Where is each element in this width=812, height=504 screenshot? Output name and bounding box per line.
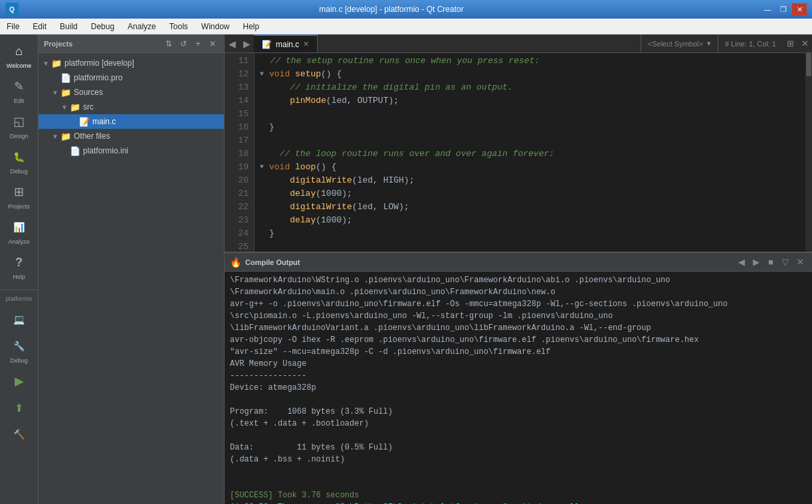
output-line: [230, 394, 807, 406]
output-line: \FrameworkArduino\main.o .pioenvs\arduin…: [230, 286, 807, 298]
edit-icon: ✎: [10, 77, 29, 96]
line-info-text: # Line: 1, Col: 1: [725, 40, 776, 48]
restore-button[interactable]: ❐: [776, 3, 791, 15]
output-line: Data: 11 bytes (0.5% Full): [230, 442, 807, 454]
platformio-clean[interactable]: 🔨: [1, 421, 37, 448]
close-button[interactable]: ✕: [792, 3, 807, 15]
sources-folder-icon: 📁: [60, 86, 72, 98]
code-line-23: delay(1000);: [260, 214, 807, 227]
sidebar-item-design[interactable]: ◱ Design: [1, 108, 37, 143]
symbol-selector[interactable]: <Select Symbol> ▾: [641, 35, 718, 52]
sidebar-edit-label: Edit: [14, 98, 25, 104]
output-line: (.data + .bss + .noinit): [230, 454, 807, 465]
sidebar-item-welcome[interactable]: ⌂ Welcome: [1, 38, 37, 73]
tree-item-platformio-ini[interactable]: 📄 platformio.ini: [39, 143, 224, 158]
sidebar-item-edit[interactable]: ✎ Edit: [1, 73, 37, 108]
editor-tab-main-c[interactable]: 📝 main.c ✕: [254, 35, 318, 52]
tree-item-src[interactable]: ▼ 📁 src: [39, 100, 224, 114]
tab-nav-right[interactable]: ▶: [239, 35, 254, 52]
platformio-run[interactable]: ▶: [1, 368, 37, 394]
output-line: \libFrameworkArduinoVariant.a .pioenvs\a…: [230, 322, 807, 334]
output-line: [230, 465, 807, 477]
menu-help[interactable]: Help: [237, 19, 266, 34]
sources-label: Sources: [74, 88, 103, 97]
tree-item-platformio-pro[interactable]: 📄 platformio.pro: [39, 70, 224, 85]
minimize-button[interactable]: —: [760, 3, 775, 15]
tree-item-project[interactable]: ▼ 📁 platformio [develop]: [39, 56, 224, 70]
output-line: avr-objcopy -O ihex -R .eeprom .pioenvs\…: [230, 334, 807, 346]
platformio-debug[interactable]: 🔧 Debug: [1, 333, 37, 368]
fold-arrow: ▼: [41, 60, 51, 67]
tree-item-sources[interactable]: ▼ 📁 Sources: [39, 85, 224, 100]
main-c-label: main.c: [92, 117, 116, 126]
panel-refresh-button[interactable]: ↺: [177, 38, 189, 50]
sidebar-item-analyze[interactable]: 📊 Analyze: [1, 214, 37, 249]
sidebar-item-projects[interactable]: ⊞ Projects: [1, 179, 37, 214]
analyze-icon: 📊: [10, 218, 29, 236]
platformio-monitor[interactable]: 💻: [1, 306, 37, 333]
output-stop-button[interactable]: ■: [764, 256, 777, 269]
window-title: main.c [develop] - platformio - Qt Creat…: [23, 5, 760, 14]
close-editor-button[interactable]: ✕: [797, 35, 812, 53]
projects-icon: ⊞: [10, 183, 29, 201]
output-line: ----------------: [230, 370, 807, 382]
panel-add-button[interactable]: +: [192, 38, 204, 50]
platformio-upload[interactable]: ⬆: [1, 394, 37, 421]
pio-debug-label: Debug: [10, 357, 28, 364]
src-arrow: ▼: [60, 104, 69, 111]
menu-build[interactable]: Build: [53, 19, 84, 34]
sidebar-item-debug[interactable]: 🐛 Debug: [1, 143, 37, 179]
panel-actions: ⇅ ↺ + ✕: [163, 38, 219, 50]
code-line-20: digitalWrite(led, HIGH);: [260, 174, 807, 187]
design-icon: ◱: [10, 112, 29, 131]
output-line: \src\piomain.o -L.pioenvs\arduino_uno -W…: [230, 310, 807, 322]
sidebar-item-help[interactable]: ? Help: [1, 249, 37, 284]
menu-edit[interactable]: Edit: [26, 19, 53, 34]
tab-nav-left[interactable]: ◀: [225, 35, 239, 52]
editor-area: ◀ ▶ 📝 main.c ✕ <Select Symbol> ▾ # Line:…: [225, 35, 812, 504]
fold-19[interactable]: ▼: [260, 161, 269, 174]
pro-file-label: platformio.pro: [74, 73, 122, 82]
menu-window[interactable]: Window: [195, 19, 237, 34]
output-next-button[interactable]: ▶: [750, 256, 763, 269]
menu-file[interactable]: File: [0, 19, 26, 34]
output-close-button[interactable]: ▽: [779, 256, 792, 269]
scrollbar-thumb[interactable]: [806, 53, 811, 76]
code-line-21: delay(1000);: [260, 187, 807, 201]
sidebar-projects-label: Projects: [8, 203, 30, 210]
output-line: "avr-size" --mcu=atmega328p -C -d .pioen…: [230, 346, 807, 358]
output-line: AVR Memory Usage: [230, 358, 807, 370]
other-files-folder-icon: 📁: [60, 130, 72, 142]
fold-12[interactable]: ▼: [260, 68, 269, 81]
code-line-15: [260, 108, 807, 121]
tree-item-other-files[interactable]: ▼ 📁 Other files: [39, 129, 224, 143]
src-label: src: [83, 102, 94, 112]
menu-debug[interactable]: Debug: [84, 19, 121, 34]
panel-sort-button[interactable]: ⇅: [163, 38, 175, 50]
menu-analyze[interactable]: Analyze: [121, 19, 163, 34]
menubar: File Edit Build Debug Analyze Tools Wind…: [0, 19, 812, 35]
projects-panel: Projects ⇅ ↺ + ✕ ▼ 📁 platformio [develop…: [39, 35, 225, 504]
output-line: Device: atmega328p: [230, 382, 807, 394]
output-content[interactable]: \FrameworkArduino\WString.o .pioenvs\ard…: [225, 272, 812, 504]
panel-close-button[interactable]: ✕: [207, 38, 219, 50]
pro-file-icon: 📄: [60, 72, 72, 84]
welcome-icon: ⌂: [10, 42, 29, 60]
tree-item-main-c[interactable]: 📝 main.c: [39, 114, 224, 129]
sidebar-analyze-label: Analyze: [8, 238, 29, 245]
code-content[interactable]: // the setup routine runs once when you …: [254, 53, 812, 252]
tab-close-button[interactable]: ✕: [303, 40, 309, 48]
editor-scrollbar[interactable]: [805, 53, 812, 252]
output-panel: 🔥 Compile Output ◀ ▶ ■ ▽ ✕ \FrameworkArd…: [225, 252, 812, 504]
output-maximize-button[interactable]: ✕: [793, 256, 807, 269]
pio-debug-icon: 🔧: [10, 337, 29, 355]
file-tree: ▼ 📁 platformio [develop] 📄 platformio.pr…: [39, 53, 224, 504]
sidebar-welcome-label: Welcome: [7, 62, 31, 69]
titlebar: Q main.c [develop] - platformio - Qt Cre…: [0, 0, 812, 19]
output-title: Compile Output: [245, 258, 300, 266]
split-horizontal-button[interactable]: ⊞: [783, 35, 797, 53]
menu-tools[interactable]: Tools: [163, 19, 195, 34]
output-line: (.text + .data + .bootloader): [230, 418, 807, 430]
output-prev-button[interactable]: ◀: [735, 256, 748, 269]
app-logo: Q: [5, 3, 19, 16]
